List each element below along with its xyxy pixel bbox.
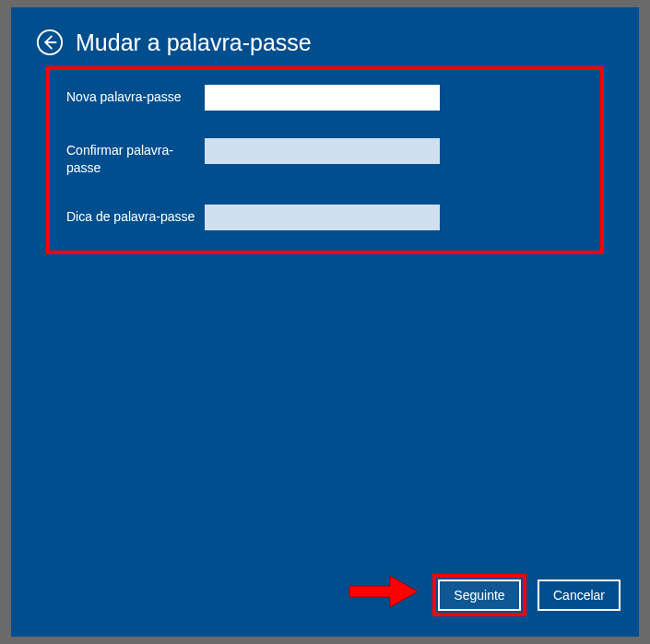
form-area: Nova palavra-passe Confirmar palavra-pas… bbox=[46, 66, 604, 254]
cancel-button-wrap: Cancelar bbox=[538, 580, 620, 611]
form-row-hint: Dica de palavra-passe bbox=[66, 205, 584, 230]
arrow-icon bbox=[348, 574, 420, 609]
annotation-arrow bbox=[348, 574, 420, 613]
confirm-password-input[interactable] bbox=[205, 138, 440, 164]
change-password-dialog: Mudar a palavra-passe Nova palavra-passe… bbox=[11, 7, 639, 637]
new-password-label: Nova palavra-passe bbox=[66, 85, 205, 106]
back-button[interactable] bbox=[35, 28, 65, 57]
cancel-button[interactable]: Cancelar bbox=[538, 580, 620, 611]
dialog-footer: Seguinte Cancelar bbox=[438, 580, 620, 611]
dialog-title: Mudar a palavra-passe bbox=[76, 29, 312, 56]
form-row-confirm-password: Confirmar palavra-passe bbox=[66, 138, 584, 177]
hint-input[interactable] bbox=[205, 205, 440, 230]
hint-label: Dica de palavra-passe bbox=[66, 205, 205, 226]
new-password-input[interactable] bbox=[205, 85, 440, 111]
next-button[interactable]: Seguinte bbox=[438, 580, 521, 611]
next-button-wrap: Seguinte bbox=[438, 580, 521, 611]
dialog-header: Mudar a palavra-passe bbox=[11, 7, 639, 66]
back-arrow-icon bbox=[36, 29, 64, 56]
form-row-new-password: Nova palavra-passe bbox=[66, 85, 584, 111]
confirm-password-label: Confirmar palavra-passe bbox=[66, 138, 205, 177]
